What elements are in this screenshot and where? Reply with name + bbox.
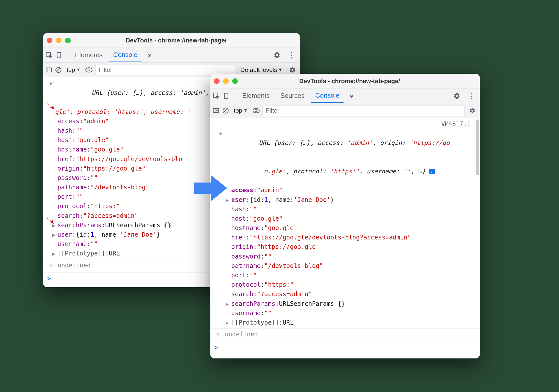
svg-rect-7: [213, 108, 219, 112]
console-settings-icon[interactable]: [467, 107, 478, 114]
object-summary-line2: o.gle', protocol: 'https:', username: ''…: [211, 157, 479, 186]
tab-elements[interactable]: Elements: [238, 88, 274, 103]
levels-selector[interactable]: Default levels ▼: [238, 66, 285, 73]
return-icon: <·: [46, 261, 58, 270]
more-tabs-icon[interactable]: [346, 93, 357, 99]
window-controls: [214, 78, 238, 84]
devtools-window-right: DevTools - chrome://new-tab-page/ Elemen…: [210, 74, 480, 358]
tab-sources[interactable]: Sources: [276, 88, 308, 103]
return-value: undefined: [225, 330, 258, 339]
prop-row[interactable]: port: "": [211, 271, 479, 280]
close-icon[interactable]: [47, 38, 52, 43]
console-prompt[interactable]: >: [211, 341, 479, 354]
expand-toggle-icon[interactable]: [52, 230, 57, 239]
prop-row[interactable]: hash: "": [211, 205, 479, 214]
settings-icon[interactable]: [271, 52, 283, 59]
return-icon: <·: [213, 330, 225, 339]
prop-row[interactable]: host: "goo.gle": [211, 214, 479, 223]
info-icon[interactable]: i: [429, 169, 435, 174]
prop-row[interactable]: href: "https://goo.gle/devtools-blog?acc…: [211, 233, 479, 242]
scrollbar[interactable]: [475, 118, 480, 358]
prop-row[interactable]: [[Prototype]]: URL: [211, 318, 479, 327]
maximize-icon[interactable]: [65, 38, 71, 43]
minimize-icon[interactable]: [56, 38, 61, 43]
window-controls: [47, 38, 71, 43]
devtools-tabbar: Elements Sources Console ⋮: [210, 88, 480, 103]
console-filterbar: top ▼: [210, 103, 480, 118]
tab-elements[interactable]: Elements: [71, 48, 106, 62]
obj-class: URL {user: {…}, access: 'admin', orig: [92, 89, 228, 96]
context-selector[interactable]: top ▼: [232, 107, 250, 114]
settings-icon[interactable]: [451, 92, 462, 99]
levels-label: Default levels: [240, 66, 277, 73]
clear-console-icon[interactable]: [222, 107, 229, 114]
sidebar-toggle-icon[interactable]: [45, 66, 52, 73]
window-title: DevTools - chrome://new-tab-page/: [74, 37, 296, 44]
minimize-icon[interactable]: [223, 78, 229, 84]
transition-arrow-icon: [194, 173, 227, 203]
titlebar[interactable]: DevTools - chrome://new-tab-page/: [43, 33, 300, 48]
return-value-row: <· undefined: [211, 328, 479, 340]
dropdown-icon: ▼: [243, 108, 248, 113]
prop-row[interactable]: search: "?access=admin": [211, 290, 479, 299]
scrollbar-thumb[interactable]: [476, 119, 479, 175]
svg-rect-6: [224, 93, 228, 98]
filter-input[interactable]: [262, 105, 464, 116]
tab-console[interactable]: Console: [311, 88, 344, 103]
svg-rect-2: [46, 68, 52, 72]
return-value: undefined: [58, 261, 91, 270]
expand-toggle-icon[interactable]: [52, 221, 57, 230]
dropdown-icon: ▼: [278, 67, 283, 72]
prop-row[interactable]: password: "": [211, 252, 479, 261]
device-toggle-icon[interactable]: [223, 92, 230, 99]
divider: [234, 91, 234, 101]
device-toggle-icon[interactable]: [55, 52, 63, 59]
window-title: DevTools - chrome://new-tab-page/: [241, 78, 476, 85]
svg-point-9: [255, 109, 257, 112]
context-label: top: [234, 107, 242, 114]
maximize-icon[interactable]: [232, 78, 238, 84]
prop-row[interactable]: protocol: "https:": [211, 280, 479, 290]
context-label: top: [67, 66, 75, 73]
prop-row[interactable]: username: "": [211, 309, 479, 318]
inspect-icon[interactable]: [45, 51, 53, 59]
prop-row[interactable]: access: "admin": [211, 186, 479, 195]
prop-row[interactable]: user: {id: 1, name: 'Jane Doe'}: [211, 195, 479, 205]
prop-row[interactable]: origin: "https://goo.gle": [211, 242, 479, 252]
titlebar[interactable]: DevTools - chrome://new-tab-page/: [210, 74, 480, 88]
more-tabs-icon[interactable]: [144, 52, 155, 58]
live-expression-icon[interactable]: [252, 107, 260, 114]
expand-toggle-icon[interactable]: [46, 79, 55, 88]
prop-row[interactable]: pathname: "/devtools-blog": [211, 261, 479, 271]
divider: [67, 50, 67, 60]
devtools-tabbar: Elements Console ⋮: [43, 48, 300, 63]
expand-toggle-icon[interactable]: [226, 299, 231, 308]
menu-icon[interactable]: ⋮: [285, 51, 298, 59]
expand-toggle-icon[interactable]: [226, 318, 231, 327]
clear-console-icon[interactable]: [55, 66, 62, 73]
menu-icon[interactable]: ⋮: [465, 91, 478, 100]
live-expression-icon[interactable]: [85, 66, 93, 74]
dropdown-icon: ▼: [76, 67, 81, 72]
svg-point-4: [88, 69, 90, 71]
source-link[interactable]: VM4817:1: [441, 119, 473, 129]
console-settings-icon[interactable]: [287, 67, 298, 73]
expand-toggle-icon[interactable]: [213, 129, 222, 138]
tab-console[interactable]: Console: [109, 48, 141, 62]
sidebar-toggle-icon[interactable]: [212, 107, 220, 114]
object-summary[interactable]: URL {user: {…}, access: 'admin', origin:…: [211, 129, 479, 157]
console-output[interactable]: VM4817:1 URL {user: {…}, access: 'admin'…: [210, 118, 480, 358]
expand-toggle-icon[interactable]: [52, 249, 57, 258]
inspect-icon[interactable]: [212, 92, 220, 100]
close-icon[interactable]: [214, 78, 220, 84]
prop-row[interactable]: hostname: "goo.gle": [211, 223, 479, 233]
prop-row[interactable]: searchParams: URLSearchParams {}: [211, 299, 479, 309]
svg-rect-1: [57, 52, 61, 58]
context-selector[interactable]: top ▼: [65, 66, 83, 73]
